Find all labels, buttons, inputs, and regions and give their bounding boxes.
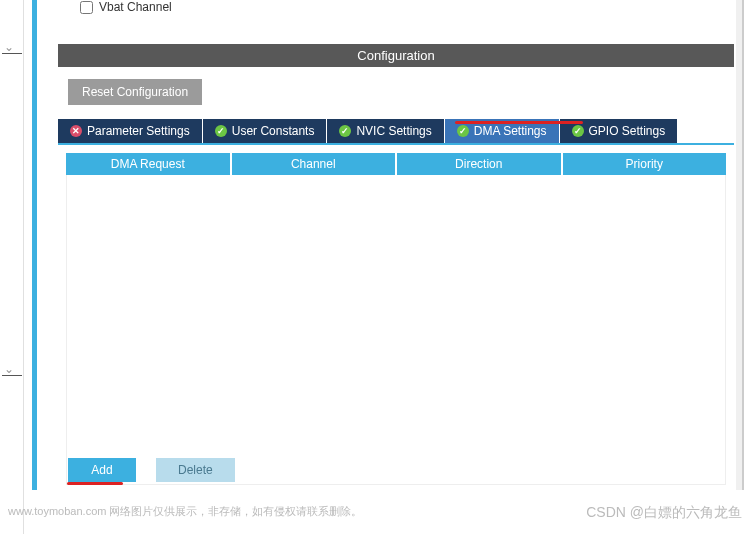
reset-configuration-button[interactable]: Reset Configuration	[68, 79, 202, 105]
vbat-channel-label: Vbat Channel	[99, 0, 172, 14]
error-icon: ✕	[70, 125, 82, 137]
vbat-channel-row: Vbat Channel	[50, 0, 742, 22]
annotation-underline	[67, 482, 123, 485]
tab-nvic-settings[interactable]: ✓ NVIC Settings	[327, 119, 443, 143]
tab-user-constants[interactable]: ✓ User Constants	[203, 119, 327, 143]
tab-label: User Constants	[232, 124, 315, 138]
divider	[2, 53, 22, 54]
tab-label: DMA Settings	[474, 124, 547, 138]
chevron-down-icon[interactable]: ⌄	[4, 40, 14, 54]
col-dma-request: DMA Request	[66, 153, 230, 175]
left-rail: ⌄ ⌄	[0, 0, 24, 534]
action-row: Add Delete	[68, 458, 235, 482]
check-icon: ✓	[572, 125, 584, 137]
add-button[interactable]: Add	[68, 458, 136, 482]
check-icon: ✓	[339, 125, 351, 137]
main-panel: Vbat Channel Configuration Reset Configu…	[50, 0, 744, 490]
watermark-left: www.toymoban.com 网络图片仅供展示，非存储，如有侵权请联系删除。	[8, 504, 362, 519]
annotation-underline	[455, 121, 583, 124]
vbat-channel-checkbox[interactable]	[80, 1, 93, 14]
tab-parameter-settings[interactable]: ✕ Parameter Settings	[58, 119, 202, 143]
col-direction: Direction	[397, 153, 561, 175]
check-icon: ✓	[457, 125, 469, 137]
check-icon: ✓	[215, 125, 227, 137]
tab-bar: ✕ Parameter Settings ✓ User Constants ✓ …	[58, 119, 734, 145]
configuration-header: Configuration	[58, 44, 734, 67]
tab-label: GPIO Settings	[589, 124, 666, 138]
col-priority: Priority	[563, 153, 727, 175]
accent-bar	[32, 0, 37, 490]
watermark-right: CSDN @白嫖的六角龙鱼	[586, 504, 742, 522]
scrollbar[interactable]	[736, 0, 742, 490]
table-header: DMA Request Channel Direction Priority	[66, 153, 726, 175]
col-channel: Channel	[232, 153, 396, 175]
tab-label: NVIC Settings	[356, 124, 431, 138]
divider	[2, 375, 22, 376]
tab-label: Parameter Settings	[87, 124, 190, 138]
delete-button[interactable]: Delete	[156, 458, 235, 482]
table-body[interactable]	[66, 175, 726, 485]
chevron-down-icon[interactable]: ⌄	[4, 362, 14, 376]
